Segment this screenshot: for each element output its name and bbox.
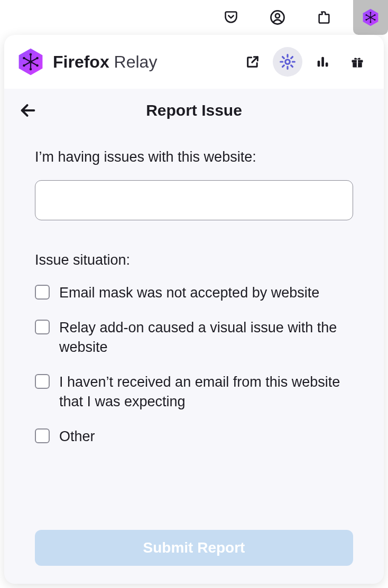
brand-name-light: Relay	[109, 52, 158, 71]
brand-text: Firefox Relay	[53, 52, 157, 72]
submit-wrap: Submit Report	[4, 530, 384, 584]
svg-line-31	[283, 66, 284, 67]
account-icon[interactable]	[260, 0, 295, 35]
svg-point-17	[29, 60, 32, 63]
svg-rect-35	[326, 62, 328, 67]
svg-point-19	[30, 68, 32, 70]
page-title: Report Issue	[40, 101, 348, 119]
option-label: Email mask was not accepted by website	[59, 283, 319, 302]
svg-point-11	[365, 19, 367, 21]
settings-button[interactable]	[273, 47, 302, 77]
website-input[interactable]	[35, 180, 353, 220]
svg-point-8	[370, 22, 372, 23]
option-label: I haven’t received an email from this we…	[59, 372, 353, 411]
open-external-button[interactable]	[238, 47, 267, 77]
svg-point-1	[275, 14, 280, 18]
svg-point-9	[365, 14, 367, 16]
svg-point-6	[369, 16, 372, 18]
situation-label: Issue situation:	[35, 252, 353, 268]
svg-line-30	[291, 66, 293, 67]
svg-point-23	[36, 57, 38, 59]
option-no-email[interactable]: I haven’t received an email from this we…	[35, 372, 353, 411]
extension-popup: Firefox Relay	[4, 35, 384, 584]
back-button[interactable]	[16, 98, 40, 123]
pocket-icon[interactable]	[214, 0, 248, 35]
svg-point-20	[23, 57, 25, 59]
svg-line-32	[291, 57, 293, 59]
popup-header: Firefox Relay	[4, 35, 384, 89]
svg-rect-33	[318, 61, 320, 67]
svg-point-18	[30, 53, 32, 55]
checkbox-icon	[35, 428, 50, 443]
stats-button[interactable]	[308, 47, 337, 77]
option-label: Other	[59, 427, 95, 446]
option-label: Relay add-on caused a visual issue with …	[59, 318, 353, 357]
brand-name-strong: Firefox	[53, 52, 109, 71]
option-mask-not-accepted[interactable]: Email mask was not accepted by website	[35, 283, 353, 302]
option-other[interactable]: Other	[35, 427, 353, 446]
svg-line-29	[283, 57, 284, 59]
svg-rect-34	[321, 57, 324, 67]
checkbox-icon	[35, 285, 50, 300]
svg-point-12	[374, 14, 376, 16]
extensions-icon[interactable]	[307, 0, 341, 35]
relay-extension-icon[interactable]	[353, 0, 388, 35]
header-actions	[238, 47, 372, 77]
option-visual-issue[interactable]: Relay add-on caused a visual issue with …	[35, 318, 353, 357]
subheader: Report Issue	[4, 89, 384, 128]
brand: Firefox Relay	[16, 47, 238, 77]
svg-point-21	[36, 64, 38, 67]
svg-point-10	[374, 19, 376, 21]
checkbox-icon	[35, 374, 50, 389]
checkbox-icon	[35, 320, 50, 334]
gift-button[interactable]	[343, 47, 372, 77]
website-label: I’m having issues with this website:	[35, 149, 353, 165]
svg-point-24	[285, 60, 290, 64]
submit-button[interactable]: Submit Report	[35, 530, 353, 566]
form-content: I’m having issues with this website: Iss…	[4, 128, 384, 509]
browser-toolbar	[0, 0, 388, 35]
svg-rect-38	[357, 60, 358, 68]
relay-logo-icon	[16, 47, 45, 77]
svg-point-7	[370, 12, 372, 14]
svg-point-22	[23, 64, 25, 67]
